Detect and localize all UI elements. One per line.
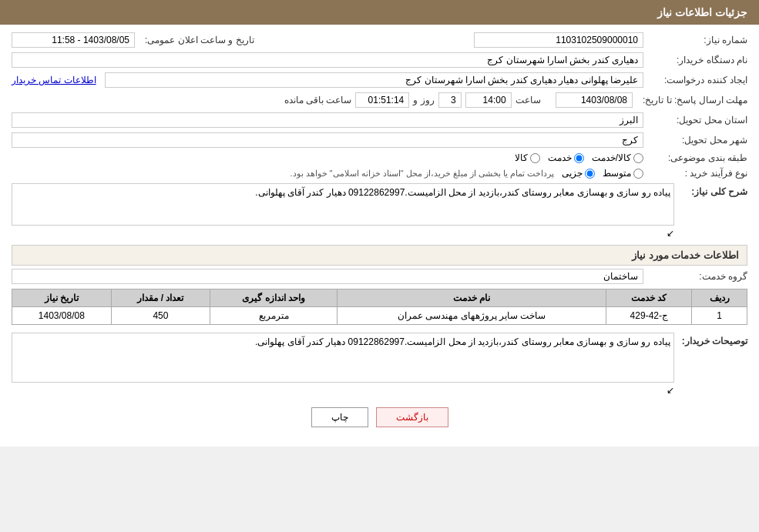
sharh-wrap: ↙	[12, 183, 674, 239]
resize-handle-sharh: ↙	[12, 228, 674, 239]
resize-handle-tosifat: ↙	[12, 385, 674, 396]
services-table: ردیف کد خدمت نام خدمت واحد اندازه گیری ت…	[12, 289, 747, 325]
radio-motovaset[interactable]	[633, 169, 643, 179]
services-section-header: اطلاعات خدمات مورد نیاز	[12, 245, 747, 266]
radio-kala-khedmat-label: کالا/خدمت	[592, 152, 631, 163]
table-row: 1 ج-42-429 ساخت سایر پروژههای مهندسی عمر…	[12, 307, 747, 325]
radio-motovaset-label: متوسط	[603, 168, 631, 179]
sharh-row: شرح کلی نیاز: ↙	[12, 183, 747, 239]
cell-vahed: مترمربع	[210, 307, 338, 325]
ijad-konande-value: علیرضا پهلوانی دهیار دهیاری کندر بخش اسا…	[105, 72, 643, 88]
ostan-row: استان محل تحویل: البرز	[12, 112, 747, 128]
ostan-label: استان محل تحویل:	[647, 115, 747, 125]
tarikh-ilan-value: 1403/08/05 - 11:58	[12, 32, 135, 48]
notice-payment: پرداخت تمام یا بخشی از مبلغ خرید،از محل …	[290, 169, 554, 179]
nam-dastgah-value: دهیاری کندر بخش اسارا شهرستان کرج	[12, 52, 643, 68]
radio-jozi[interactable]	[585, 169, 595, 179]
tosifat-row: توصیحات خریدار: ↙	[12, 333, 747, 396]
back-button[interactable]: بازگشت	[376, 407, 448, 427]
col-tarikh: تاریخ نیاز	[12, 289, 112, 307]
services-header-text: اطلاعات خدمات مورد نیاز	[632, 249, 739, 261]
ostan-value: البرز	[12, 112, 643, 128]
col-kod: کد خدمت	[606, 289, 692, 307]
tosifat-textarea[interactable]	[12, 333, 674, 383]
shomara-niaz-label: شماره نیاز:	[647, 35, 747, 45]
radio-motovaset-item: متوسط	[603, 168, 643, 179]
bottom-buttons: بازگشت چاپ	[12, 407, 747, 427]
tosifat-wrap: ↙	[12, 333, 674, 396]
nam-dastgah-row: نام دستگاه خریدار: دهیاری کندر بخش اسارا…	[12, 52, 747, 68]
page-header: جزئیات اطلاعات نیاز	[0, 0, 759, 25]
nooe-farayand-label: نوع فرآیند خرید :	[647, 168, 747, 179]
cell-tedad: 450	[111, 307, 210, 325]
cell-naam: ساخت سایر پروژههای مهندسی عمران	[337, 307, 606, 325]
radio-jozi-label: جزیی	[562, 168, 583, 179]
saat-sep	[547, 95, 549, 105]
ijad-konande-row: ایجاد کننده درخواست: علیرضا پهلوانی دهیا…	[12, 72, 747, 88]
tabaqe-radio-group: کالا/خدمت خدمت کالا	[515, 152, 643, 163]
gorooh-label: گروه خدمت:	[647, 271, 747, 282]
radio-kala-khedmat-item: کالا/خدمت	[592, 152, 643, 163]
col-tedad: تعداد / مقدار	[111, 289, 210, 307]
shahr-value: کرج	[12, 132, 643, 148]
remaining-label: ساعت باقی مانده	[284, 95, 352, 105]
remaining-time-value: 01:51:14	[355, 92, 409, 108]
shomara-niaz-row: شماره نیاز: 1103102509000010 تاریخ و ساع…	[12, 32, 747, 48]
radio-khedmat[interactable]	[574, 153, 584, 163]
nooe-farayand-row: نوع فرآیند خرید : متوسط جزیی پرداخت تمام…	[12, 168, 747, 179]
shomara-niaz-value: 1103102509000010	[474, 32, 643, 48]
print-button[interactable]: چاپ	[311, 407, 368, 427]
radio-kala-item: کالا	[515, 152, 540, 163]
mohlat-saat-value: 14:00	[465, 92, 512, 108]
tosifat-label: توصیحات خریدار:	[678, 333, 747, 346]
col-naam: نام خدمت	[337, 289, 606, 307]
roz-label: روز و	[413, 95, 434, 105]
col-vahed: واحد اندازه گیری	[210, 289, 338, 307]
radio-kala-label: کالا	[515, 152, 528, 163]
radio-jozi-item: جزیی	[562, 168, 595, 179]
tarikh-ilan-label: تاریخ و ساعت اعلان عمومی:	[139, 35, 254, 45]
cell-radif: 1	[692, 307, 747, 325]
gorooh-value: ساختمان	[12, 269, 643, 284]
sharh-label: شرح کلی نیاز:	[678, 183, 747, 197]
mohlat-label: مهلت ارسال پاسخ: تا تاریخ:	[636, 95, 747, 105]
cell-kod: ج-42-429	[606, 307, 692, 325]
page-title: جزئیات اطلاعات نیاز	[657, 6, 747, 18]
nam-dastgah-label: نام دستگاه خریدار:	[647, 55, 747, 65]
farayand-radio-group: متوسط جزیی	[562, 168, 643, 179]
radio-khedmat-label: خدمت	[548, 152, 572, 163]
radio-khedmat-item: خدمت	[548, 152, 584, 163]
ettelaat-tamas-link[interactable]: اطلاعات تماس خریدار	[12, 75, 96, 85]
table-header-row: ردیف کد خدمت نام خدمت واحد اندازه گیری ت…	[12, 289, 747, 307]
ijad-konande-label: ایجاد کننده درخواست:	[647, 75, 747, 85]
saat-label: ساعت	[516, 95, 541, 105]
cell-tarikh: 1403/08/08	[12, 307, 112, 325]
shahr-label: شهر محل تحویل:	[647, 135, 747, 146]
mohlat-roz-value: 3	[438, 92, 462, 108]
tabaqe-label: طبقه بندی موضوعی:	[647, 152, 747, 163]
tabaqe-row: طبقه بندی موضوعی: کالا/خدمت خدمت کالا	[12, 152, 747, 163]
gorooh-row: گروه خدمت: ساختمان	[12, 269, 747, 284]
mohlat-row: مهلت ارسال پاسخ: تا تاریخ: 1403/08/08 سا…	[12, 92, 747, 108]
radio-kala-khedmat[interactable]	[633, 153, 643, 163]
mohlat-date-value: 1403/08/08	[556, 92, 633, 108]
col-radif: ردیف	[692, 289, 747, 307]
shahr-row: شهر محل تحویل: کرج	[12, 132, 747, 148]
sharh-textarea[interactable]	[12, 183, 674, 226]
radio-kala[interactable]	[530, 153, 540, 163]
